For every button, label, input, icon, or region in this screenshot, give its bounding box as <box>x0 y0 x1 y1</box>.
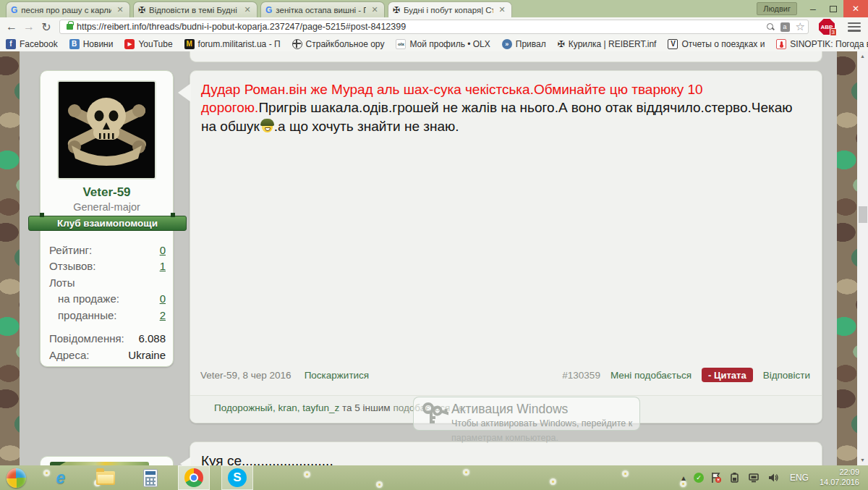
militarist-icon: M <box>184 39 195 49</box>
stat-reviews: Отзывов: 1 <box>49 258 166 275</box>
url-text[interactable]: https://reibert.info/threads/budni-i-pob… <box>77 22 767 32</box>
scroll-down-icon[interactable]: ▼ <box>857 455 868 465</box>
close-button[interactable]: ✕ <box>843 0 868 17</box>
reload-icon[interactable]: ↻ <box>38 20 55 34</box>
camo-background-right <box>837 51 857 465</box>
stat-value-link[interactable]: 0 <box>160 244 166 256</box>
stat-value: 6.088 <box>138 332 166 345</box>
scrollbar-thumb[interactable] <box>859 206 867 223</box>
minimize-button[interactable]: – <box>803 0 823 17</box>
action-center-flag-icon[interactable] <box>710 472 722 483</box>
taskbar-calculator[interactable] <box>135 465 166 490</box>
clock-date: 14.07.2016 <box>820 478 859 486</box>
page-scrollbar[interactable]: ▲ ▼ <box>857 51 868 465</box>
tray-expand-icon[interactable]: ▲ <box>680 474 687 482</box>
bookmark-prival[interactable]: » Привал <box>502 39 546 49</box>
adblock-badge: 3 <box>830 28 837 36</box>
tab-close-icon[interactable]: ✕ <box>370 5 380 14</box>
bookmark-star-icon[interactable]: ☆ <box>796 20 805 33</box>
speaker-icon[interactable] <box>767 472 779 483</box>
youtube-icon: ▶ <box>124 39 135 49</box>
browser-toolbar: ← → ↻ https://reibert.info/threads/budni… <box>0 17 868 36</box>
forward-icon[interactable]: → <box>20 20 38 33</box>
stat-value-link[interactable]: 2 <box>160 309 166 321</box>
google-favicon-icon: G <box>11 5 17 15</box>
taskbar-ie[interactable]: e <box>45 465 77 490</box>
bookmark-olx[interactable]: olx Мой профиль • OLX <box>396 39 490 49</box>
helmet-smiley-emoji-icon <box>260 119 274 133</box>
facebook-icon: f <box>6 39 16 49</box>
translate-icon[interactable]: a <box>780 22 790 32</box>
tab-title: песня про рашу с карлик <box>21 6 111 14</box>
back-icon[interactable]: ← <box>3 20 20 33</box>
chrome-profile-button[interactable]: Людвиг <box>757 2 797 15</box>
stat-label: Рейтинг: <box>49 244 92 256</box>
maximize-button[interactable] <box>823 0 843 17</box>
post-author-date: Veter-59, 8 чер 2016 <box>200 370 292 381</box>
address-bar[interactable]: https://reibert.info/threads/budni-i-pob… <box>59 20 809 34</box>
stat-rating: Рейтинг: 0 <box>49 242 166 258</box>
taskbar-skype[interactable]: S <box>221 465 253 490</box>
tray-antivirus-icon[interactable]: ✓ <box>694 473 704 483</box>
likes-more-link[interactable]: 5 іншим <box>354 402 390 413</box>
like-link[interactable]: Мені подобається <box>610 370 692 381</box>
battery-icon[interactable] <box>728 472 741 483</box>
bookmark-novyny[interactable]: В Новини <box>69 39 114 49</box>
likes-usernames[interactable]: Подорожный, kran, tayfun_z <box>214 402 339 413</box>
taskbar-chrome[interactable] <box>178 465 210 490</box>
post-number[interactable]: #130359 <box>562 370 600 381</box>
stat-label: проданные: <box>58 309 116 321</box>
report-link[interactable]: Поскаржитися <box>305 370 370 381</box>
adblock-extension-button[interactable]: ABP 3 <box>819 19 835 35</box>
stat-value-link[interactable]: 1 <box>160 260 166 272</box>
tab-close-icon[interactable]: ✕ <box>242 5 252 14</box>
bookmark-militarist[interactable]: M forum.militarist.ua - П <box>184 39 281 49</box>
reibert-cross-favicon-icon: ✠ <box>138 5 145 15</box>
next-post-message-block: Куя се........................ <box>190 442 822 465</box>
bookmark-label: Отчеты о поездках и <box>681 39 765 49</box>
user-info-card: Veter-59 General-major Клуб взаимопомощи… <box>40 70 174 367</box>
stat-value: Ukraine <box>128 349 166 361</box>
stat-sold: проданные: 2 <box>49 307 166 324</box>
screen: G песня про рашу с карлик ✕ ✠ Відповісти… <box>0 0 868 490</box>
google-favicon-icon: G <box>265 5 272 15</box>
scroll-up-icon[interactable]: ▲ <box>857 51 868 62</box>
post-message-block: Дудар Роман.він же Мурад аль шах-сука че… <box>190 70 822 423</box>
next-user-info-card <box>40 456 174 465</box>
stat-value-link[interactable]: 0 <box>160 292 166 305</box>
username-link[interactable]: Veter-59 <box>41 185 173 200</box>
windows-taskbar: e S ▲ ✓ <box>0 465 868 490</box>
tab-close-icon[interactable]: ✕ <box>115 5 125 14</box>
tab-close-icon[interactable]: ✕ <box>497 5 507 14</box>
network-icon[interactable] <box>748 472 761 483</box>
bookmark-strikeball[interactable]: Страйкбольное ору <box>292 39 385 49</box>
reply-link[interactable]: Відповісти <box>763 370 810 381</box>
zoom-icon[interactable] <box>767 23 775 31</box>
language-indicator[interactable]: ENG <box>790 473 809 483</box>
bookmark-youtube[interactable]: ▶ YouTube <box>124 39 172 49</box>
windows-activation-watermark: Активация Windows Чтобы активировать Win… <box>413 397 640 431</box>
reibert-cross-favicon-icon: ✠ <box>393 5 400 15</box>
stat-label: Отзывов: <box>49 260 95 272</box>
bookmark-facebook[interactable]: f Facebook <box>6 39 58 49</box>
bookmark-label: SINOPTIK: Погода в У <box>790 39 868 49</box>
bookmark-label: forum.militarist.ua - П <box>198 39 281 49</box>
chrome-menu-icon[interactable] <box>848 22 861 32</box>
start-button[interactable] <box>0 465 32 490</box>
bookmark-reports[interactable]: V Отчеты о поездках и <box>668 39 765 49</box>
browser-tab-3[interactable]: G зенітка остапа вишні - По ✕ <box>260 1 385 17</box>
taskbar-explorer[interactable] <box>90 465 122 490</box>
user-avatar[interactable] <box>57 80 156 179</box>
bookmark-kurilka[interactable]: ✠ Курилка | REIBERT.inf <box>558 39 657 49</box>
stat-lots-header: Лоты <box>49 274 166 291</box>
browser-tab-4-active[interactable]: ✠ Будні і побут копаря| Сто ✕ <box>388 1 512 17</box>
prival-icon: » <box>502 39 512 49</box>
bookmark-label: Привал <box>516 39 546 49</box>
quote-button[interactable]: - Цитата <box>702 368 753 382</box>
browser-tab-1[interactable]: G песня про рашу с карлик ✕ <box>6 1 130 17</box>
taskbar-clock[interactable]: 22:09 14.07.2016 <box>820 468 859 488</box>
bookmark-sinoptik[interactable]: SINOPTIK: Погода в У <box>776 39 868 49</box>
browser-tab-2[interactable]: ✠ Відповісти в темі Будні і п ✕ <box>133 1 258 17</box>
post-text-black-tail: .а що хочуть знайти не знаю. <box>274 119 459 134</box>
bookmark-label: Facebook <box>20 39 58 49</box>
